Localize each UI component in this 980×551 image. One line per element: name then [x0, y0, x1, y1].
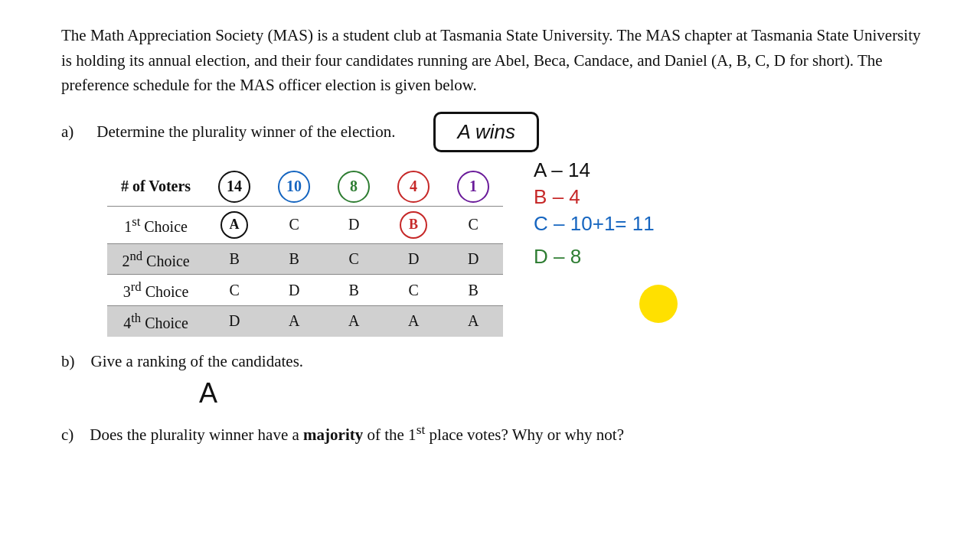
cell-1-1: C — [443, 206, 503, 243]
cell-1-4: B — [384, 206, 443, 243]
circle-b-red: B — [400, 211, 427, 239]
result-d: D – 8 — [534, 245, 655, 269]
cell-3-1: B — [443, 275, 503, 306]
result-b: B – 4 — [534, 185, 655, 209]
question-b-label: b) — [61, 352, 75, 370]
table-header-row: # of Voters 14 10 8 4 1 — [107, 166, 503, 207]
cell-3-14: C — [204, 275, 264, 306]
result-a-text: A – 14 — [534, 158, 590, 182]
question-a-row: a) Determine the plurality winner of the… — [61, 112, 934, 152]
result-c-text: C – 10+1= 11 — [534, 212, 655, 236]
table-row-4th: 4th Choice D A A A A — [107, 305, 503, 336]
table-and-results: # of Voters 14 10 8 4 1 — [61, 166, 934, 337]
circle-1: 1 — [457, 171, 489, 203]
question-c-bold: majority — [303, 425, 363, 444]
yellow-highlight — [639, 285, 678, 323]
cell-2-4: D — [384, 243, 443, 275]
question-a-label: a) — [61, 122, 74, 142]
cell-2-1: D — [443, 243, 503, 275]
question-c-text-before: Does the plurality winner have a — [90, 425, 303, 444]
circle-a: A — [220, 211, 248, 239]
cell-3-8: B — [324, 275, 384, 306]
col-1: 1 — [443, 166, 503, 207]
question-b-row: b) Give a ranking of the candidates. — [61, 352, 934, 371]
question-b-text: Give a ranking of the candidates. — [91, 352, 304, 370]
cell-4-4: A — [384, 305, 443, 336]
cell-1-10: C — [264, 206, 324, 243]
cell-3-10: D — [264, 275, 324, 306]
cell-1-14: A — [204, 206, 264, 243]
table-row-1st: 1st Choice A C D B C — [107, 206, 503, 243]
col-4: 4 — [384, 166, 443, 207]
cell-4-14: D — [204, 305, 264, 336]
result-d-text: D – 8 — [534, 245, 581, 269]
col-14: 14 — [204, 166, 264, 207]
circle-14: 14 — [218, 171, 250, 203]
preference-table: # of Voters 14 10 8 4 1 — [107, 166, 503, 337]
circle-10: 10 — [278, 171, 310, 203]
table-row-2nd: 2nd Choice B B C D D — [107, 243, 503, 275]
question-c-row: c) Does the plurality winner have a majo… — [61, 422, 934, 445]
result-c: C – 10+1= 11 — [534, 212, 655, 236]
choice-1-label: 1st Choice — [107, 206, 204, 243]
a-wins-box: A wins — [433, 112, 539, 152]
circle-8: 8 — [338, 171, 370, 203]
question-c-superscript: st — [416, 422, 426, 437]
question-c-label: c) — [61, 425, 74, 444]
cell-2-10: B — [264, 243, 324, 275]
col-10: 10 — [264, 166, 324, 207]
cell-2-8: C — [324, 243, 384, 275]
cell-4-10: A — [264, 305, 324, 336]
question-c-text-after: of the 1 — [363, 425, 416, 444]
cell-4-8: A — [324, 305, 384, 336]
main-content: The Math Appreciation Society (MAS) is a… — [0, 0, 980, 460]
ranking-answer: A — [199, 377, 934, 409]
cell-3-4: C — [384, 275, 443, 306]
circle-4: 4 — [397, 171, 430, 203]
result-b-text: B – 4 — [534, 185, 580, 209]
question-a-text: Determine the plurality winner of the el… — [96, 122, 395, 142]
table-row-3rd: 3rd Choice C D B C B — [107, 275, 503, 306]
cell-4-1: A — [443, 305, 503, 336]
choice-2-label: 2nd Choice — [107, 243, 204, 275]
choice-4-label: 4th Choice — [107, 305, 204, 336]
result-a: A – 14 — [534, 158, 655, 182]
choice-3-label: 3rd Choice — [107, 275, 204, 306]
question-c-text-end: place votes? Why or why not? — [425, 425, 624, 444]
voters-label: # of Voters — [107, 166, 204, 207]
intro-paragraph: The Math Appreciation Society (MAS) is a… — [61, 23, 926, 98]
cell-2-14: B — [204, 243, 264, 275]
cell-1-8: D — [324, 206, 384, 243]
col-8: 8 — [324, 166, 384, 207]
results-panel: A – 14 B – 4 C – 10+1= 11 D – 8 — [534, 158, 655, 269]
